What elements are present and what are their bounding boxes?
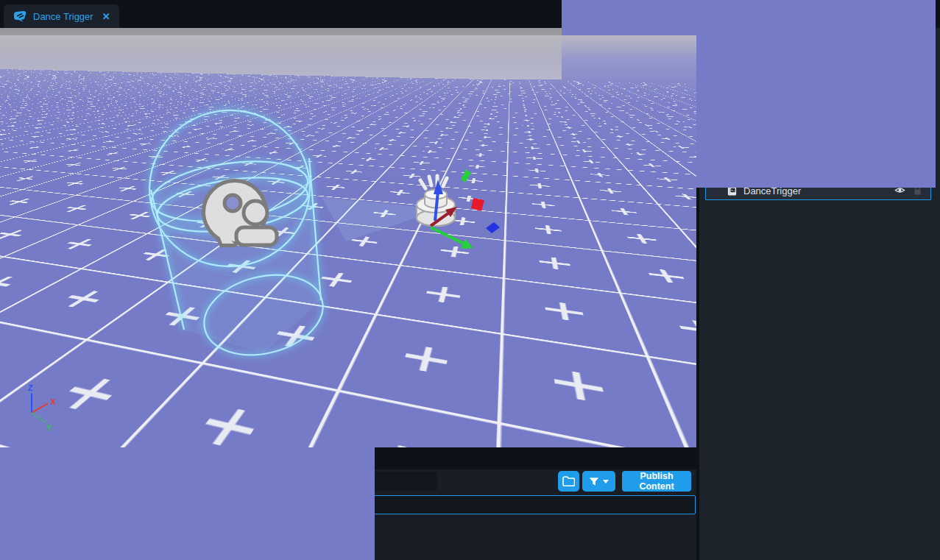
project-content-icon — [9, 453, 24, 464]
editor-window: Dance Trigger ✕ Hierarchy ✕ — [0, 0, 940, 560]
content-tree-all-content[interactable]: All Content — [7, 472, 68, 492]
tree-label: My Scripts — [33, 521, 78, 532]
hierarchy-filter-button[interactable] — [883, 56, 905, 77]
tree-label: My Templates — [33, 499, 92, 510]
asset-cube-icon[interactable] — [863, 58, 879, 74]
publish-content-button[interactable]: Publish Content — [622, 471, 691, 492]
tab-hierarchy[interactable]: Hierarchy ✕ — [701, 4, 796, 28]
lock-icon[interactable] — [916, 166, 925, 177]
row-label: Default Sky — [736, 128, 940, 139]
content-tree-my-materials[interactable]: My Materials — [33, 539, 88, 558]
axis-x-label: X — [50, 397, 56, 406]
hierarchy-panel: Main — [699, 28, 940, 560]
cube-icon — [716, 146, 732, 158]
collapse-all-button[interactable] — [908, 56, 930, 77]
lock-icon[interactable] — [916, 89, 925, 100]
bottom-tab-bar: Project Content ✕ Event Log ✕ — [0, 447, 696, 469]
visibility-eye-icon[interactable] — [897, 108, 909, 119]
translate-gizmo[interactable] — [417, 169, 500, 249]
hierarchy-row-default-sky[interactable]: Default Sky — [699, 124, 940, 143]
clapperboard-icon — [913, 36, 925, 47]
filter-icon — [888, 62, 899, 71]
core-logo-icon — [13, 10, 27, 23]
hierarchy-icon — [710, 10, 723, 22]
spawn-point-icon — [716, 108, 732, 120]
axis-y-label: Y — [46, 423, 52, 432]
close-icon[interactable]: ✕ — [779, 12, 787, 21]
event-log-icon — [112, 453, 123, 465]
gizmo-plane-handle-blue[interactable] — [486, 222, 500, 233]
scenes-button[interactable] — [908, 31, 930, 52]
visibility-eye-icon[interactable] — [894, 185, 906, 196]
hierarchy-row-dance-trigger[interactable]: DanceTrigger — [705, 181, 931, 200]
tab-label: Project Content — [29, 453, 96, 464]
viewport-3d[interactable]: Z X Y — [0, 28, 696, 447]
hierarchy-row-gameplay-settings[interactable]: Gameplay Settings — [699, 85, 940, 104]
hierarchy-tree: Gameplay Settings Spawn Point — [699, 85, 940, 200]
expander-collapsed-icon[interactable] — [706, 91, 716, 99]
visibility-eye-icon[interactable] — [897, 89, 909, 100]
content-search-input[interactable] — [166, 476, 431, 486]
hierarchy-row-default-floor[interactable]: Default Floor — [699, 143, 940, 162]
row-label: Default Floor — [736, 147, 940, 158]
scene-overlay: Z X Y — [0, 28, 696, 447]
visibility-eye-icon[interactable] — [897, 127, 909, 138]
tab-dance-trigger[interactable]: Dance Trigger ✕ — [4, 4, 119, 28]
trigger-icon — [716, 166, 732, 177]
tab-event-log[interactable]: Event Log ✕ — [103, 447, 194, 469]
content-tree-my-scripts[interactable]: My Scripts — [33, 517, 78, 536]
visibility-eye-icon[interactable] — [897, 146, 909, 157]
new-folder-button[interactable] — [558, 471, 579, 492]
close-icon[interactable]: ✕ — [102, 12, 110, 21]
tab-label: Event Log — [129, 453, 172, 464]
folder-icon — [716, 90, 732, 100]
expander-expanded-icon[interactable] — [7, 479, 15, 485]
context-label: Main — [711, 36, 731, 46]
tab-project-content[interactable]: Project Content ✕ — [0, 447, 119, 469]
chevron-down-icon — [603, 480, 609, 483]
template-book-icon — [148, 498, 160, 512]
tree-label: All Content — [21, 477, 68, 488]
item-label: DanceTrigger — [166, 500, 224, 511]
folder-icon — [562, 476, 575, 486]
hierarchy-row-trigger[interactable]: Trigger — [699, 162, 940, 181]
script-book-icon — [724, 185, 740, 196]
content-filter-button[interactable] — [582, 471, 615, 492]
expander-collapsed-icon[interactable] — [706, 130, 716, 137]
gizmo-plane-handle-green[interactable] — [461, 169, 471, 182]
folder-badge-icon — [716, 128, 732, 138]
gizmo-plane-handle-red[interactable] — [471, 198, 484, 211]
filter-icon — [589, 477, 599, 486]
close-icon[interactable]: ✕ — [178, 453, 186, 464]
lock-icon[interactable] — [916, 108, 925, 119]
lock-icon[interactable] — [916, 146, 925, 157]
project-content-panel: Project Content ✕ Event Log ✕ All Conten… — [0, 447, 696, 560]
search-icon — [717, 61, 728, 72]
lock-icon[interactable] — [913, 185, 922, 196]
trigger-volume[interactable] — [139, 100, 442, 366]
content-search — [144, 472, 437, 491]
world-axis-indicator: Z X Y — [28, 383, 56, 432]
row-label: Trigger — [736, 166, 940, 177]
tab-label: Dance Trigger — [33, 11, 93, 22]
row-label: Gameplay Settings — [736, 90, 940, 101]
lock-icon[interactable] — [916, 127, 925, 138]
content-item-dance-trigger[interactable]: DanceTrigger — [144, 495, 696, 514]
tab-label: Hierarchy — [729, 11, 770, 22]
expander-expanded-icon[interactable] — [706, 169, 716, 175]
hierarchy-search-input[interactable] — [732, 61, 839, 71]
tree-label: My Materials — [33, 543, 88, 554]
row-label: Spawn Point — [736, 109, 940, 120]
visibility-eye-icon[interactable] — [897, 166, 909, 177]
upload-arrow-icon — [914, 61, 925, 71]
content-tree-my-templates[interactable]: My Templates — [33, 495, 92, 514]
top-tab-bar: Dance Trigger ✕ Hierarchy ✕ — [0, 0, 940, 28]
gizmo-axis-y-arrow[interactable] — [431, 227, 473, 249]
hierarchy-row-spawn-point[interactable]: Spawn Point — [699, 104, 940, 124]
search-icon — [150, 476, 161, 487]
hierarchy-search — [711, 57, 845, 76]
axis-z-label: Z — [28, 383, 33, 392]
